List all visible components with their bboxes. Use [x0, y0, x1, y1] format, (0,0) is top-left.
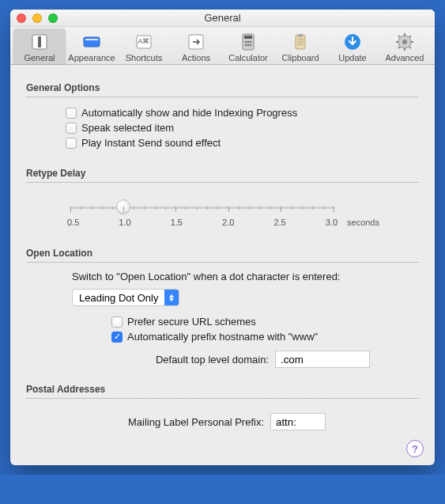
- checkbox-label: Play Instant Send sound effect: [81, 137, 221, 149]
- svg-rect-8: [244, 36, 252, 39]
- tab-clipboard[interactable]: Clipboard: [274, 28, 326, 64]
- tick-label: 1.0: [119, 218, 130, 227]
- actions-icon: [170, 32, 222, 52]
- tab-actions[interactable]: Actions: [170, 28, 222, 64]
- checkbox-indexing-progress[interactable]: [66, 108, 77, 119]
- chevron-updown-icon: [164, 289, 179, 306]
- window-title: General: [10, 12, 435, 24]
- slider-labels: 0.5 1.0 1.5 2.0 2.5 3.0: [66, 218, 339, 227]
- svg-point-22: [402, 40, 407, 44]
- mailing-prefix-input[interactable]: [270, 413, 326, 430]
- tab-general[interactable]: General: [13, 28, 66, 64]
- tab-label: General: [13, 53, 66, 63]
- tick-label: 1.5: [171, 218, 183, 227]
- tick-label: 2.5: [273, 218, 285, 227]
- open-location-prompt: Switch to "Open Location" when a dot cha…: [72, 271, 403, 282]
- titlebar: General: [10, 9, 435, 27]
- slider-ticks: [70, 207, 334, 212]
- tab-advanced[interactable]: Advanced: [379, 28, 431, 64]
- tab-appearance[interactable]: Appearance: [66, 28, 118, 64]
- tick-label: 3.0: [326, 218, 338, 227]
- divider: [26, 182, 419, 183]
- help-button[interactable]: ?: [406, 440, 424, 457]
- gear-icon: [379, 32, 431, 52]
- update-icon: [326, 32, 379, 52]
- checkbox-label: Automatically prefix hostname with "www": [127, 331, 318, 343]
- clipboard-icon: [274, 32, 326, 52]
- content-area: General Options Automatically show and h…: [10, 65, 435, 465]
- select-value: Leading Dot Only: [73, 292, 164, 304]
- divider: [26, 262, 419, 263]
- tab-label: Shortcuts: [118, 53, 170, 63]
- shortcuts-icon: A⌘: [118, 32, 170, 52]
- tab-update[interactable]: Update: [326, 28, 379, 64]
- section-postal-addresses: Postal Addresses: [26, 377, 419, 396]
- tab-label: Clipboard: [274, 53, 326, 63]
- checkbox-prefix-www[interactable]: [111, 332, 123, 343]
- calculator-icon: [222, 32, 274, 52]
- svg-point-14: [250, 44, 251, 46]
- checkbox-speak-selected[interactable]: [66, 123, 77, 134]
- general-icon: [13, 32, 66, 52]
- mailing-prefix-label: Mailing Label Personal Prefix:: [128, 416, 264, 428]
- tab-label: Calculator: [222, 53, 274, 63]
- divider: [26, 398, 419, 399]
- preferences-window: General General Appearance A⌘ Shortcuts …: [10, 9, 435, 465]
- tab-label: Update: [326, 53, 379, 63]
- tld-input[interactable]: [275, 351, 370, 368]
- checkbox-label: Automatically show and hide Indexing Pro…: [81, 107, 297, 119]
- svg-line-27: [398, 36, 400, 37]
- svg-rect-2: [84, 37, 100, 47]
- svg-point-13: [247, 44, 249, 46]
- tab-shortcuts[interactable]: A⌘ Shortcuts: [118, 28, 170, 64]
- svg-line-29: [398, 47, 400, 48]
- svg-rect-1: [38, 36, 41, 47]
- checkbox-prefer-secure[interactable]: [111, 316, 123, 328]
- checkbox-label: Prefer secure URL schemes: [127, 316, 256, 328]
- svg-point-9: [245, 41, 247, 43]
- appearance-icon: [66, 32, 118, 52]
- svg-point-10: [247, 41, 249, 43]
- tab-label: Actions: [170, 53, 222, 63]
- tab-label: Appearance: [66, 53, 118, 63]
- tab-label: Advanced: [379, 53, 431, 63]
- checkbox-label: Speak selected item: [81, 122, 174, 134]
- svg-rect-16: [298, 34, 303, 37]
- svg-point-12: [245, 44, 247, 46]
- slider-unit: seconds: [347, 218, 379, 227]
- svg-line-30: [409, 36, 411, 37]
- checkbox-instant-send-sound[interactable]: [66, 138, 77, 149]
- tld-label: Default top level domain:: [156, 354, 269, 366]
- svg-rect-3: [85, 39, 98, 40]
- preferences-toolbar: General Appearance A⌘ Shortcuts Actions …: [10, 27, 435, 65]
- divider: [26, 97, 419, 97]
- svg-text:A⌘: A⌘: [138, 37, 149, 45]
- open-location-select[interactable]: Leading Dot Only: [72, 289, 179, 306]
- tab-calculator[interactable]: Calculator: [222, 28, 274, 64]
- section-open-location: Open Location: [26, 241, 419, 260]
- svg-point-11: [250, 41, 251, 43]
- tick-label: 0.5: [67, 218, 79, 227]
- svg-line-28: [409, 47, 411, 48]
- tick-label: 2.0: [222, 218, 234, 227]
- section-retype-delay: Retype Delay: [26, 161, 419, 180]
- section-general-options: General Options: [26, 76, 419, 95]
